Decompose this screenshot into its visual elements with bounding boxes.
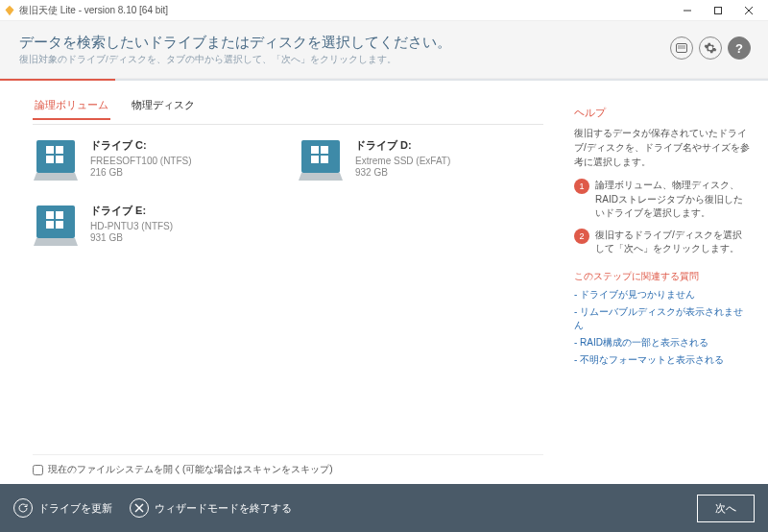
- close-button[interactable]: [733, 0, 764, 21]
- svg-rect-20: [46, 221, 54, 229]
- refresh-icon: [13, 498, 33, 518]
- settings-icon[interactable]: [699, 36, 722, 60]
- faq-link[interactable]: - リムーバブルディスクが表示されません: [574, 305, 751, 332]
- drive-icon: [33, 138, 79, 182]
- drive-size: 216 GB: [90, 167, 192, 178]
- drive-item[interactable]: ドライブ D: Extreme SSD (ExFAT) 932 GB: [298, 138, 543, 182]
- help-step-1: 1 論理ボリューム、物理ディスク、RAIDストレージタブから復旧したいドライブを…: [574, 179, 751, 221]
- tab-logical-volume[interactable]: 論理ボリューム: [33, 92, 110, 120]
- page-title: データを検索したいドライブまたはディスクを選択してください。: [19, 34, 451, 52]
- exit-wizard-label: ウィザードモードを終了する: [155, 501, 292, 516]
- page-header: データを検索したいドライブまたはディスクを選択してください。 復旧対象のドライブ…: [0, 21, 768, 79]
- tabs: 論理ボリューム 物理ディスク: [33, 92, 543, 120]
- skip-scan-row: 現在のファイルシステムを開く(可能な場合はスキャンをスキップ): [33, 454, 543, 476]
- svg-rect-10: [46, 156, 54, 163]
- main-panel: 論理ボリューム 物理ディスク ドライブ C: FREESOFT100 (NTFS…: [0, 81, 563, 484]
- drive-name: ドライブ D:: [355, 138, 450, 153]
- help-step-2: 2 復旧するドライブ/ディスクを選択して「次へ」をクリックします。: [574, 229, 751, 256]
- exit-wizard-button[interactable]: ウィザードモードを終了する: [130, 498, 292, 518]
- drive-name: ドライブ C:: [90, 138, 192, 153]
- tab-physical-disk[interactable]: 物理ディスク: [130, 92, 197, 120]
- window-title: 復旧天使 Lite - version 8.10 [64 bit]: [19, 4, 168, 17]
- drive-size: 931 GB: [90, 232, 173, 243]
- drive-filesystem: HD-PNTU3 (NTFS): [90, 221, 173, 231]
- step-text: 復旧するドライブ/ディスクを選択して「次へ」をクリックします。: [595, 229, 751, 256]
- drive-item[interactable]: ドライブ E: HD-PNTU3 (NTFS) 931 GB: [33, 204, 278, 248]
- svg-rect-13: [311, 146, 319, 154]
- close-icon: [130, 498, 149, 518]
- svg-rect-15: [311, 156, 319, 163]
- faq-link[interactable]: - RAID構成の一部と表示される: [574, 336, 751, 350]
- skip-scan-label: 現在のファイルシステムを開く(可能な場合はスキャンをスキップ): [48, 463, 333, 476]
- svg-rect-8: [46, 146, 54, 154]
- minimize-button[interactable]: [672, 0, 703, 21]
- svg-rect-14: [321, 146, 328, 154]
- step-text: 論理ボリューム、物理ディスク、RAIDストレージタブから復旧したいドライブを選択…: [595, 179, 751, 221]
- step-number-icon: 2: [574, 229, 589, 244]
- drive-filesystem: Extreme SSD (ExFAT): [355, 156, 450, 166]
- maximize-button[interactable]: [703, 0, 733, 21]
- drive-list: ドライブ C: FREESOFT100 (NTFS) 216 GB ドライブ D…: [33, 138, 543, 248]
- svg-rect-21: [56, 221, 63, 229]
- step-number-icon: 1: [574, 179, 589, 194]
- drive-item[interactable]: ドライブ C: FREESOFT100 (NTFS) 216 GB: [33, 138, 278, 182]
- footer-bar: ドライブを更新 ウィザードモードを終了する 次へ: [0, 484, 768, 532]
- svg-rect-18: [46, 211, 54, 219]
- faq-link[interactable]: - ドライブが見つかりません: [574, 288, 751, 302]
- next-button[interactable]: 次へ: [697, 495, 755, 522]
- svg-rect-16: [321, 156, 328, 163]
- related-questions-title: このステップに関連する質問: [574, 270, 751, 283]
- help-sidebar: ヘルプ 復旧するデータが保存されていたドライブ/ディスクを、ドライブ名やサイズを…: [563, 81, 768, 484]
- help-icon[interactable]: ?: [728, 36, 751, 60]
- drive-icon: [33, 204, 79, 248]
- app-icon: [4, 5, 15, 16]
- drive-filesystem: FREESOFT100 (NTFS): [90, 156, 192, 166]
- drive-name: ドライブ E:: [90, 204, 173, 218]
- drive-size: 932 GB: [355, 167, 450, 178]
- faq-links: - ドライブが見つかりません - リムーバブルディスクが表示されません - RA…: [574, 288, 751, 367]
- faq-link[interactable]: - 不明なフォーマットと表示される: [574, 353, 751, 367]
- svg-rect-11: [56, 156, 63, 163]
- svg-rect-1: [715, 7, 722, 13]
- svg-rect-9: [56, 146, 63, 154]
- card-view-icon[interactable]: [670, 36, 693, 60]
- page-subtitle: 復旧対象のドライブ/ディスクを、タブの中から選択して、「次へ」をクリックします。: [19, 54, 451, 66]
- help-intro: 復旧するデータが保存されていたドライブ/ディスクを、ドライブ名やサイズを参考に選…: [574, 126, 751, 169]
- svg-rect-19: [56, 211, 63, 219]
- titlebar: 復旧天使 Lite - version 8.10 [64 bit]: [0, 0, 768, 21]
- help-title: ヘルプ: [574, 106, 751, 120]
- refresh-drives-button[interactable]: ドライブを更新: [13, 498, 112, 518]
- skip-scan-checkbox[interactable]: [33, 465, 43, 475]
- drive-icon: [298, 138, 344, 182]
- refresh-label: ドライブを更新: [38, 501, 112, 516]
